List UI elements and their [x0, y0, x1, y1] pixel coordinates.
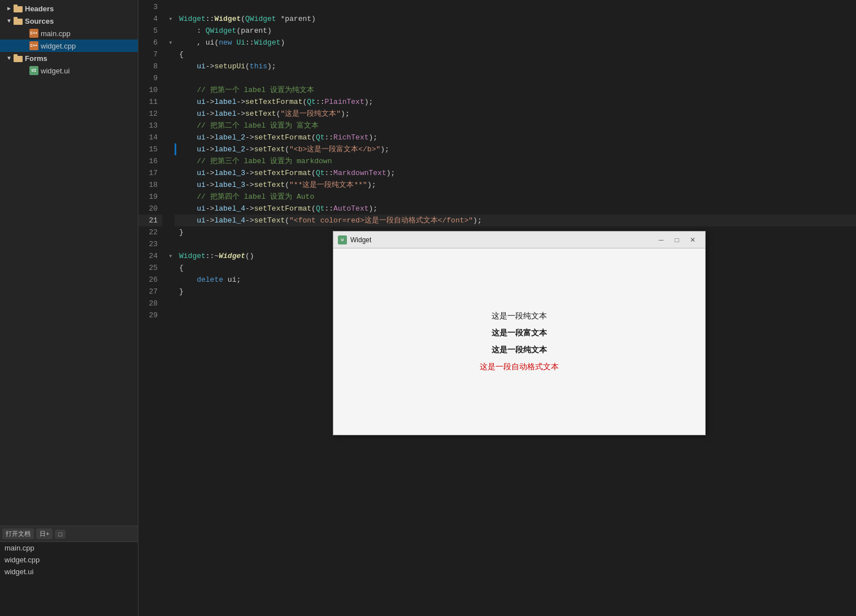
token: ->: [206, 215, 215, 226]
fold-16: [167, 155, 175, 167]
token: );: [364, 96, 373, 108]
code-line-20: ui->label_4->setTextFormat(Qt::AutoText)…: [175, 203, 856, 215]
ln-7: 7: [138, 49, 162, 60]
ln-29: 29: [138, 309, 162, 321]
token: // 把第三个 label 设置为 markdown: [179, 155, 332, 167]
token: // 把第二个 label 设置为 富文本: [179, 120, 319, 132]
fold-4: ▼: [167, 13, 175, 25]
code-line-14: ui->label_2->setTextFormat(Qt::RichText)…: [175, 132, 856, 143]
sidebar-item-widget-ui[interactable]: UI widget.ui: [0, 64, 138, 77]
fold-14: [167, 132, 175, 143]
token: ): [280, 37, 285, 49]
token: ->: [206, 143, 215, 155]
fold-27: [167, 286, 175, 298]
code-line-15: ui->label_2->setText("<b>这是一段富文本</b>");: [175, 143, 856, 155]
ln-18: 18: [138, 179, 162, 191]
ln-13: 13: [138, 120, 162, 132]
open-file-widget-cpp[interactable]: widget.cpp: [0, 554, 138, 566]
minimize-button[interactable]: ─: [653, 232, 669, 248]
token: ui: [179, 215, 206, 226]
token: PlainText: [325, 96, 364, 108]
fold-23: [167, 238, 175, 250]
headers-label: Headers: [25, 5, 54, 13]
ln-5: 5: [138, 25, 162, 37]
code-line-5: : QWidget(parent): [175, 25, 856, 37]
token: Qt: [316, 203, 325, 215]
svg-rect-1: [14, 5, 18, 7]
token: );: [369, 203, 378, 215]
token: delete: [197, 274, 223, 286]
sidebar-item-forms[interactable]: ▼ Forms: [0, 52, 138, 64]
code-line-17: ui->label_3->setTextFormat(Qt::MarkdownT…: [175, 167, 856, 179]
fold-26: [167, 274, 175, 286]
file-tree: ▶ Headers ▼ Sources C++: [0, 0, 138, 526]
sidebar-item-headers[interactable]: ▶ Headers: [0, 2, 138, 15]
open-file-widget-ui[interactable]: widget.ui: [0, 566, 138, 578]
token: ~: [214, 250, 219, 262]
ln-9: 9: [138, 72, 162, 84]
sidebar-item-main-cpp[interactable]: C++ main.cpp: [0, 27, 138, 40]
token: );: [341, 108, 350, 120]
fold-19: [167, 191, 175, 203]
widget-ui-label: widget.ui: [41, 67, 69, 75]
token: ->: [206, 60, 215, 72]
toolbar-btn-2[interactable]: □: [55, 530, 66, 539]
ln-21: 21: [138, 215, 162, 226]
token: (: [285, 215, 289, 226]
token: );: [369, 132, 378, 143]
code-content-area: Widget::Widget(QWidget *parent) : QWidge…: [175, 0, 856, 616]
fold-11: [167, 96, 175, 108]
expand-arrow-headers: ▶: [5, 4, 14, 13]
ln-28: 28: [138, 298, 162, 309]
token: }: [179, 226, 184, 238]
code-line-8: ui->setupUi(this);: [175, 60, 856, 72]
toolbar-btn-1[interactable]: 日+: [36, 528, 53, 539]
token: ui: [206, 37, 215, 49]
fold-12: [167, 108, 175, 120]
code-line-16: // 把第三个 label 设置为 markdown: [175, 155, 856, 167]
token: ->: [236, 108, 245, 120]
ln-8: 8: [138, 60, 162, 72]
code-editor[interactable]: 3 4 5 6 7 8 9 10 11 12 13 14 15 16 17 18…: [138, 0, 856, 616]
ln-11: 11: [138, 96, 162, 108]
code-line-6: , ui(new Ui::Widget): [175, 37, 856, 49]
sidebar-item-widget-cpp[interactable]: C++ widget.cpp: [0, 40, 138, 52]
code-line-21: ui->label_4->setText("<font color=red>这是…: [175, 215, 856, 226]
token: );: [380, 143, 389, 155]
ln-19: 19: [138, 191, 162, 203]
fold-20: [167, 203, 175, 215]
token: ::: [324, 167, 333, 179]
code-line-12: ui->label->setText("这是一段纯文本");: [175, 108, 856, 120]
svg-rect-5: [14, 54, 18, 57]
token: ui: [179, 132, 206, 143]
open-docs-button[interactable]: 打开文档: [2, 528, 34, 539]
token: ->: [206, 203, 215, 215]
token: (): [245, 250, 254, 262]
widget-text-rich: 这是一段富文本: [492, 328, 547, 338]
fold-6: ▼: [167, 37, 175, 49]
token: Qt: [316, 167, 325, 179]
token: label_4: [214, 215, 245, 226]
fold-column: ▼ ▼ ▼: [167, 0, 175, 616]
fold-7: [167, 49, 175, 60]
widget-text-markdown: 这是一段纯文本: [492, 345, 547, 355]
token: setText: [254, 143, 285, 155]
token: ui: [179, 203, 206, 215]
code-line-18: ui->label_3->setText("**这是一段纯文本**");: [175, 179, 856, 191]
maximize-button[interactable]: □: [669, 232, 685, 248]
widget-text-auto: 这是一段自动格式文本: [480, 362, 559, 372]
close-button[interactable]: ✕: [685, 232, 701, 248]
token: setText: [245, 108, 276, 120]
sources-label: Sources: [25, 17, 54, 25]
fold-17: [167, 167, 175, 179]
token: QWidget: [206, 25, 237, 37]
token: setTextFormat: [245, 96, 302, 108]
fold-15: [167, 143, 175, 155]
ln-14: 14: [138, 132, 162, 143]
token: Qt: [307, 96, 316, 108]
sidebar-item-sources[interactable]: ▼ Sources: [0, 15, 138, 27]
ln-20: 20: [138, 203, 162, 215]
token: [232, 37, 237, 49]
open-file-main-cpp[interactable]: main.cpp: [0, 542, 138, 554]
fold-3: [167, 1, 175, 13]
